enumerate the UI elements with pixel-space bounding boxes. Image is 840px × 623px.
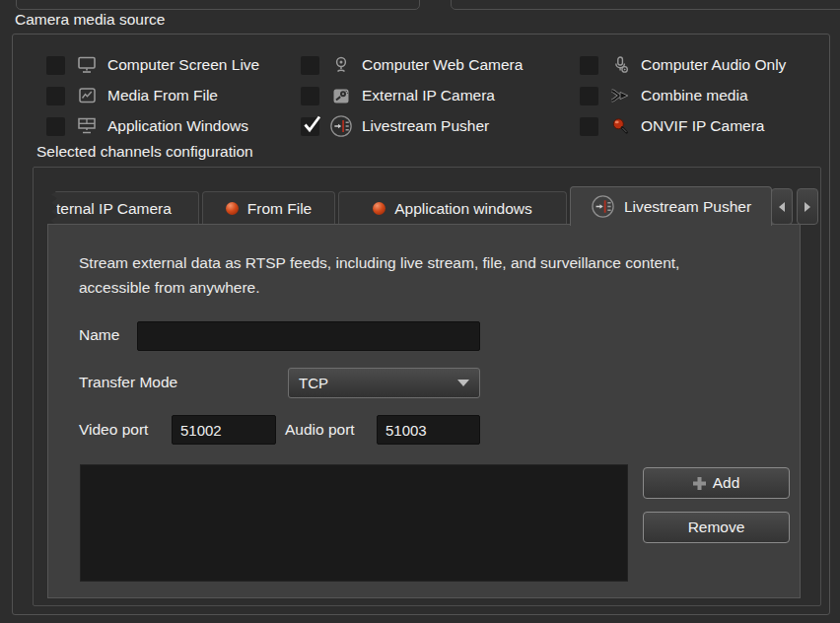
name-label: Name: [79, 326, 119, 344]
red-dot-icon: [373, 202, 385, 215]
checkbox-unchecked[interactable]: [580, 117, 598, 136]
tab-label: Application windows: [394, 200, 532, 218]
source-label: Computer Web Camera: [362, 56, 523, 74]
checkbox-unchecked[interactable]: [46, 117, 65, 136]
source-label: External IP Camera: [362, 87, 495, 104]
transfer-mode-label: Transfer Mode: [79, 374, 177, 391]
livestream-pusher-icon: [591, 194, 615, 219]
audio-port-label: Audio port: [285, 421, 355, 439]
checkbox-checked[interactable]: [301, 117, 319, 136]
monitor-icon: [74, 55, 100, 75]
source-column-3: Computer Audio Only Combine media ONVIF …: [580, 55, 786, 147]
tab-external-ip-camera[interactable]: ternal IP Camera: [47, 191, 199, 225]
transfer-mode-select[interactable]: TCP: [288, 368, 480, 398]
tab-application-windows[interactable]: Application windows: [338, 191, 567, 225]
top-panel-stub-right: [451, 0, 840, 10]
remove-button-label: Remove: [688, 519, 745, 536]
channels-config-group: ternal IP Camera From File Application w…: [33, 167, 821, 606]
tab-label: Livestream Pusher: [624, 198, 751, 216]
tab-scroll-left-button[interactable]: [771, 188, 793, 225]
source-label: Computer Audio Only: [641, 56, 786, 74]
plus-icon: [693, 477, 706, 490]
livestream-pusher-icon: [328, 116, 354, 136]
ip-camera-icon: [328, 86, 354, 105]
source-option-computer-web-camera[interactable]: Computer Web Camera: [301, 55, 523, 75]
tab-scroll-right-button[interactable]: [797, 188, 818, 225]
source-label: Application Windows: [107, 117, 248, 135]
source-label: ONVIF IP Camera: [641, 117, 764, 135]
add-button-label: Add: [713, 474, 740, 492]
tab-from-file[interactable]: From File: [202, 191, 335, 225]
source-option-computer-audio-only[interactable]: Computer Audio Only: [580, 55, 786, 75]
source-option-external-ip-camera[interactable]: External IP Camera: [301, 86, 523, 105]
add-button[interactable]: Add: [643, 467, 790, 499]
checkmark-icon: [301, 113, 323, 136]
checkbox-unchecked[interactable]: [46, 87, 65, 105]
checkbox-unchecked[interactable]: [301, 56, 319, 75]
tab-label: ternal IP Camera: [56, 200, 172, 218]
source-label: Media From File: [107, 87, 218, 104]
red-dot-icon: [226, 202, 239, 215]
livestream-pusher-panel: Stream external data as RTSP feeds, incl…: [47, 224, 801, 598]
remove-button[interactable]: Remove: [643, 512, 790, 543]
tab-label: From File: [247, 200, 312, 218]
subgroup-title: Selected channels configuration: [36, 143, 253, 161]
media-file-icon: [74, 86, 100, 105]
tab-livestream-pusher[interactable]: Livestream Pusher: [570, 186, 772, 226]
source-option-combine-media[interactable]: Combine media: [580, 86, 786, 105]
source-option-computer-screen-live[interactable]: Computer Screen Live: [46, 55, 259, 75]
source-option-media-from-file[interactable]: Media From File: [46, 86, 259, 105]
stream-list[interactable]: [80, 464, 628, 582]
magnifier-icon: [607, 116, 633, 136]
checkbox-unchecked[interactable]: [46, 56, 65, 75]
checkbox-unchecked[interactable]: [580, 56, 598, 75]
microphone-icon: [607, 55, 633, 75]
camera-media-source-group: Computer Screen Live Media From File App…: [12, 34, 830, 615]
checkbox-unchecked[interactable]: [301, 87, 319, 105]
camera-media-source-page: { "header": { "group_title": "Camera med…: [0, 0, 840, 623]
checkbox-unchecked[interactable]: [580, 87, 598, 105]
webcam-icon: [328, 55, 354, 75]
transfer-mode-value: TCP: [299, 375, 328, 391]
name-input[interactable]: [137, 321, 480, 351]
source-option-livestream-pusher[interactable]: Livestream Pusher: [301, 116, 523, 136]
audio-port-input[interactable]: [377, 415, 480, 445]
panel-description: Stream external data as RTSP feeds, incl…: [79, 250, 702, 300]
chevron-down-icon: [457, 380, 469, 386]
chevron-right-icon: [805, 202, 810, 212]
source-label: Combine media: [641, 87, 748, 104]
source-option-onvif-ip-camera[interactable]: ONVIF IP Camera: [580, 116, 786, 136]
video-port-label: Video port: [79, 421, 148, 439]
chevron-left-icon: [779, 202, 785, 212]
combine-arrows-icon: [607, 86, 633, 105]
source-label: Computer Screen Live: [107, 56, 259, 74]
group-title: Camera media source: [15, 11, 165, 29]
source-label: Livestream Pusher: [362, 117, 489, 135]
source-option-application-windows[interactable]: Application Windows: [46, 116, 259, 136]
source-column-1: Computer Screen Live Media From File App…: [46, 55, 259, 147]
app-windows-icon: [74, 116, 100, 136]
top-panel-stub-left: [16, 0, 420, 10]
video-port-input[interactable]: [172, 415, 276, 445]
source-column-2: Computer Web Camera External IP Camera L…: [301, 55, 523, 147]
